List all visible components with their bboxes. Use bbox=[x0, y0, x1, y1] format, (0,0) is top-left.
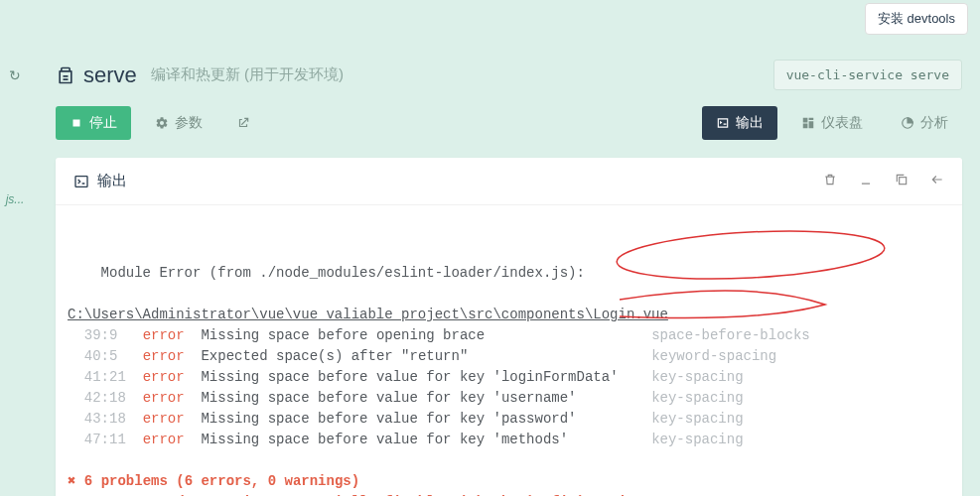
task-command: vue-cli-service serve bbox=[773, 60, 962, 90]
params-label: 参数 bbox=[175, 114, 203, 132]
output-panel: 输出 Module Error ( bbox=[56, 158, 962, 496]
task-header: serve 编译和热更新 (用于开发环境) vue-cli-service se… bbox=[38, 42, 980, 106]
stop-icon bbox=[70, 116, 83, 130]
trash-icon[interactable] bbox=[823, 173, 837, 189]
output-tab[interactable]: 输出 bbox=[702, 106, 777, 140]
task-subtitle: 编译和热更新 (用于开发环境) bbox=[151, 65, 344, 84]
analyze-icon bbox=[901, 116, 914, 130]
svg-point-4 bbox=[616, 225, 886, 285]
svg-rect-3 bbox=[900, 178, 907, 185]
output-label: 输出 bbox=[736, 114, 764, 132]
scroll-bottom-icon[interactable] bbox=[859, 173, 873, 189]
task-toolbar: 停止 参数 输出 仪表盘 分析 bbox=[38, 106, 980, 158]
terminal-small-icon bbox=[73, 174, 89, 189]
stop-button[interactable]: 停止 bbox=[56, 106, 131, 140]
task-title: serve bbox=[83, 62, 137, 88]
copy-icon[interactable] bbox=[895, 173, 909, 189]
terminal-icon bbox=[716, 116, 730, 130]
external-link-icon bbox=[236, 116, 250, 130]
svg-rect-0 bbox=[73, 120, 80, 127]
dashboard-icon bbox=[801, 116, 815, 130]
params-button[interactable]: 参数 bbox=[141, 106, 216, 140]
hand-drawn-annotation bbox=[56, 205, 962, 404]
stop-label: 停止 bbox=[89, 114, 117, 132]
left-gutter: ↻ js... bbox=[0, 38, 30, 496]
analyze-label: 分析 bbox=[920, 114, 948, 132]
gear-icon bbox=[155, 116, 169, 130]
open-external-button[interactable] bbox=[226, 106, 260, 140]
panel-title-text: 输出 bbox=[97, 172, 127, 190]
dashboard-label: 仪表盘 bbox=[821, 114, 863, 132]
analyze-tab[interactable]: 分析 bbox=[887, 106, 962, 140]
back-icon[interactable] bbox=[930, 173, 944, 189]
js-label: js... bbox=[6, 192, 25, 206]
clipboard-icon bbox=[56, 65, 75, 85]
refresh-icon[interactable]: ↻ bbox=[9, 67, 21, 83]
dashboard-tab[interactable]: 仪表盘 bbox=[787, 106, 877, 140]
install-devtools-button[interactable]: 安装 devtools bbox=[865, 3, 968, 35]
terminal-output[interactable]: Module Error (from ./node_modules/eslint… bbox=[56, 205, 962, 496]
svg-rect-2 bbox=[75, 176, 87, 186]
